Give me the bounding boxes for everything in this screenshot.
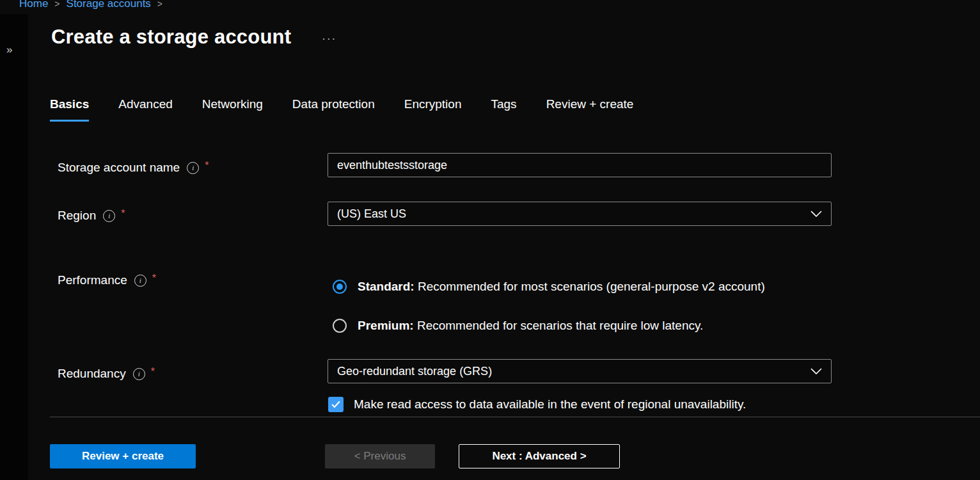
performance-premium-option[interactable]: Premium: Recommended for scenarios that …: [333, 319, 703, 333]
region-label: Region i *: [58, 209, 125, 223]
performance-standard-option[interactable]: Standard: Recommended for most scenarios…: [333, 280, 765, 294]
region-selected-value: (US) East US: [337, 207, 406, 221]
left-rail: »: [0, 14, 28, 480]
more-options-icon[interactable]: ···: [322, 29, 336, 45]
previous-button[interactable]: < Previous: [325, 444, 435, 468]
tab-data-protection[interactable]: Data protection: [292, 97, 375, 122]
chevron-down-icon: [810, 211, 822, 217]
breadcrumb-chevron-icon: >: [157, 0, 162, 9]
radio-unselected-icon[interactable]: [333, 319, 347, 333]
label-text: Storage account name: [58, 161, 180, 175]
page-title: Create a storage account: [51, 26, 291, 49]
next-advanced-button[interactable]: Next : Advanced >: [459, 444, 620, 468]
chevron-down-icon: [810, 368, 822, 374]
checkbox-checked-icon[interactable]: [328, 397, 344, 412]
label-text: Performance: [58, 273, 127, 287]
redundancy-dropdown[interactable]: Geo-redundant storage (GRS): [328, 359, 832, 383]
tab-advanced[interactable]: Advanced: [118, 97, 173, 122]
label-text: Region: [58, 209, 96, 223]
required-asterisk: *: [151, 366, 155, 378]
tab-basics[interactable]: Basics: [50, 97, 89, 122]
check-icon: [331, 401, 340, 408]
performance-premium-text: Premium: Recommended for scenarios that …: [358, 319, 703, 333]
storage-account-name-input[interactable]: [328, 153, 832, 177]
option-description: Recommended for most scenarios (general-…: [418, 280, 765, 293]
tab-networking[interactable]: Networking: [202, 97, 263, 122]
checkbox-label: Make read access to data available in th…: [354, 397, 746, 412]
info-icon[interactable]: i: [187, 162, 199, 174]
title-row: Create a storage account ···: [51, 26, 336, 49]
option-name: Standard:: [358, 280, 415, 293]
redundancy-label: Redundancy i *: [58, 367, 155, 381]
tab-encryption[interactable]: Encryption: [404, 97, 462, 122]
redundancy-selected-value: Geo-redundant storage (GRS): [337, 365, 492, 378]
tab-tags[interactable]: Tags: [491, 97, 516, 122]
info-icon[interactable]: i: [133, 368, 145, 380]
tab-review-create[interactable]: Review + create: [546, 97, 634, 122]
create-storage-account-page: » Home > Storage accounts > Create a sto…: [0, 0, 980, 480]
required-asterisk: *: [121, 208, 125, 220]
label-text: Redundancy: [58, 367, 126, 381]
breadcrumb: Home > Storage accounts >: [19, 0, 162, 10]
info-icon[interactable]: i: [134, 275, 146, 287]
option-name: Premium:: [358, 319, 414, 332]
performance-label: Performance i *: [58, 273, 156, 287]
review-create-button[interactable]: Review + create: [50, 444, 196, 468]
option-description: Recommended for scenarios that require l…: [417, 319, 703, 332]
footer-divider: [50, 417, 980, 417]
read-access-checkbox-row[interactable]: Make read access to data available in th…: [328, 397, 746, 412]
radio-selected-icon[interactable]: [333, 280, 347, 294]
storage-account-name-label: Storage account name i *: [58, 161, 209, 175]
required-asterisk: *: [205, 160, 209, 172]
info-icon[interactable]: i: [103, 210, 115, 222]
breadcrumb-storage-accounts-link[interactable]: Storage accounts: [67, 0, 151, 10]
breadcrumb-home-link[interactable]: Home: [19, 0, 48, 10]
performance-standard-text: Standard: Recommended for most scenarios…: [358, 280, 765, 294]
expand-panel-icon[interactable]: »: [6, 44, 12, 56]
breadcrumb-chevron-icon: >: [54, 0, 59, 9]
required-asterisk: *: [152, 273, 156, 284]
region-dropdown[interactable]: (US) East US: [328, 202, 832, 226]
tab-bar: Basics Advanced Networking Data protecti…: [50, 97, 633, 122]
